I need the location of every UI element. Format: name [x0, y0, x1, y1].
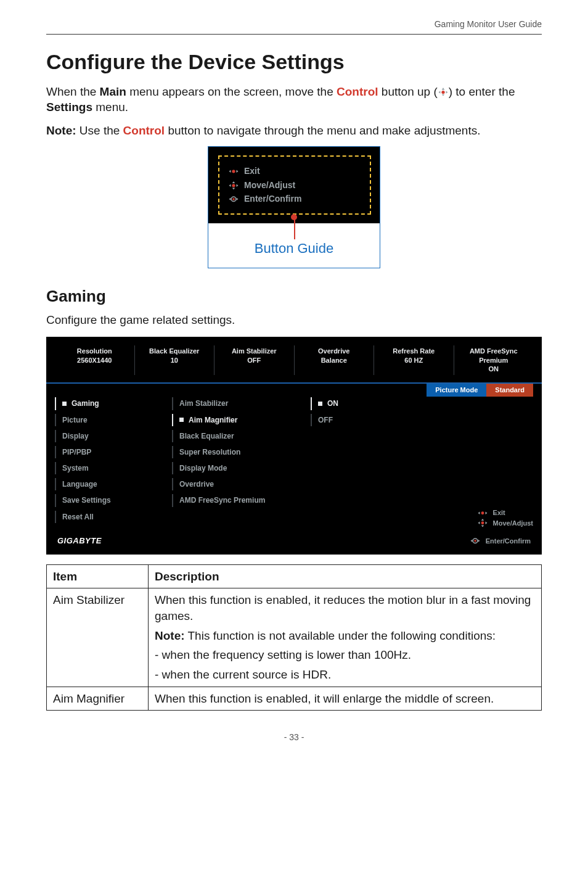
label: Refresh Rate — [378, 347, 450, 356]
brand-logo: GIGABYTE — [57, 535, 102, 547]
osd-menu-col3: ON OFF — [311, 384, 403, 532]
svg-point-8 — [232, 184, 235, 187]
th-item: Item — [47, 564, 149, 588]
bullet: - when the frequency setting is lower th… — [155, 647, 535, 663]
menu-item-gaming: Gaming — [55, 397, 172, 410]
label: Move/Adjust — [493, 519, 533, 528]
svg-point-5 — [232, 170, 235, 173]
menu-item-display: Display — [55, 430, 172, 442]
svg-point-14 — [232, 198, 235, 200]
svg-marker-10 — [232, 188, 235, 189]
joystick-up-icon — [438, 85, 449, 93]
submenu-aim-stabilizer: Aim Stabilizer — [172, 397, 311, 410]
label: Overdrive — [179, 479, 214, 489]
osd-top-row: Resolution2560X1440 Black Equalizer10 Ai… — [46, 343, 542, 383]
svg-marker-16 — [237, 198, 239, 201]
svg-point-0 — [441, 91, 444, 94]
label: AMD FreeSync Premium — [179, 495, 265, 505]
label: AMD FreeSync Premium — [458, 347, 530, 365]
svg-marker-9 — [232, 181, 235, 183]
description-table: Item Description Aim Stabilizer When thi… — [46, 564, 542, 711]
svg-point-20 — [481, 522, 484, 525]
osd-hint-move: Move/Adjust — [477, 519, 533, 528]
intro-paragraph: When the Main menu appears on the screen… — [46, 84, 542, 115]
text: button up ( — [378, 85, 438, 98]
osd-right-pane: Exit Move/Adjust — [403, 384, 533, 532]
text: Use the — [76, 124, 123, 137]
label: Exit — [493, 508, 505, 518]
td-description: When this function is enabled, it reduce… — [149, 588, 542, 687]
td-description: When this function is enabled, it will e… — [149, 687, 542, 711]
page-number: - 33 - — [46, 732, 542, 743]
svg-marker-7 — [237, 170, 239, 173]
joystick-press-icon — [228, 195, 239, 204]
osd-top-resolution: Resolution2560X1440 — [55, 345, 135, 376]
option-on: ON — [311, 397, 403, 410]
osd-top-aim-stabilizer: Aim StabilizerOFF — [214, 345, 295, 376]
osd-body: Picture Mode Standard Gaming Picture Dis… — [46, 384, 542, 532]
label: Picture — [62, 415, 88, 425]
text: ) to enter the — [449, 85, 515, 98]
label: Super Resolution — [179, 447, 240, 457]
label: Resolution — [59, 347, 131, 356]
menu-item-system: System — [55, 462, 172, 474]
button-guide-dark: Exit Move/Adjust Enter/Confirm — [208, 147, 380, 224]
svg-point-26 — [474, 540, 476, 542]
osd-top-refresh-rate: Refresh Rate60 HZ — [374, 345, 454, 376]
label: Aim Stabilizer — [218, 347, 290, 356]
label: Display — [62, 431, 89, 441]
submenu-freesync-premium: AMD FreeSync Premium — [172, 494, 311, 506]
svg-marker-22 — [481, 526, 484, 527]
label: Save Settings — [62, 495, 111, 505]
svg-marker-11 — [229, 184, 231, 187]
joystick-left-icon — [477, 509, 488, 518]
label: OFF — [318, 415, 333, 425]
menu-item-picture: Picture — [55, 414, 172, 426]
joystick-all-icon — [228, 181, 239, 189]
label: Gaming — [71, 398, 99, 408]
svg-marker-2 — [441, 94, 444, 96]
hint-move-adjust: Move/Adjust — [228, 179, 364, 191]
svg-marker-3 — [438, 91, 440, 94]
table-row: Aim Magnifier When this function is enab… — [47, 687, 542, 711]
svg-marker-21 — [481, 519, 484, 521]
submenu-super-resolution: Super Resolution — [172, 446, 311, 458]
note-label: Note: — [155, 629, 185, 642]
osd-hint-enter: Enter/Confirm — [470, 537, 531, 546]
menu-item-language: Language — [55, 478, 172, 490]
note-paragraph: Note: Use the Control button to navigate… — [46, 123, 542, 139]
text: When this function is enabled, it reduce… — [155, 592, 535, 624]
label: System — [62, 463, 89, 473]
label: Overdrive — [298, 347, 370, 356]
svg-marker-6 — [229, 170, 231, 173]
svg-marker-19 — [485, 511, 487, 514]
text: Note: This function is not available und… — [155, 628, 535, 644]
gaming-intro: Configure the game related settings. — [46, 312, 542, 328]
note-label: Note: — [46, 124, 76, 137]
value: 60 HZ — [378, 356, 450, 365]
osd-menu-col1: Gaming Picture Display PIP/PBP System La… — [55, 384, 172, 532]
value: Balance — [298, 356, 370, 365]
hint-enter-confirm: Enter/Confirm — [228, 193, 364, 205]
label: Black Equalizer — [139, 347, 211, 356]
menu-item-save-settings: Save Settings — [55, 494, 172, 506]
label: Reset All — [62, 512, 94, 522]
svg-marker-12 — [237, 184, 239, 187]
submenu-display-mode: Display Mode — [172, 462, 311, 474]
osd-footer: GIGABYTE Enter/Confirm — [46, 532, 542, 555]
td-item: Aim Magnifier — [47, 687, 149, 711]
text: button to navigate through the menu and … — [165, 124, 480, 137]
label: Enter/Confirm — [486, 537, 531, 546]
osd-screenshot: Resolution2560X1440 Black Equalizer10 Ai… — [46, 337, 542, 555]
text: When this function is enabled, it will e… — [155, 691, 535, 707]
text: This function is not available under the… — [185, 629, 496, 642]
callout-line — [294, 217, 295, 239]
control-word: Control — [123, 124, 165, 137]
selected-marker-icon — [179, 418, 184, 422]
text: menu appears on the screen, move the — [126, 85, 337, 98]
label: Language — [62, 479, 97, 489]
svg-marker-28 — [478, 540, 480, 543]
osd-hint-stack: Exit Move/Adjust — [477, 507, 533, 529]
table-header-row: Item Description — [47, 564, 542, 588]
hint-exit: Exit — [228, 165, 364, 177]
